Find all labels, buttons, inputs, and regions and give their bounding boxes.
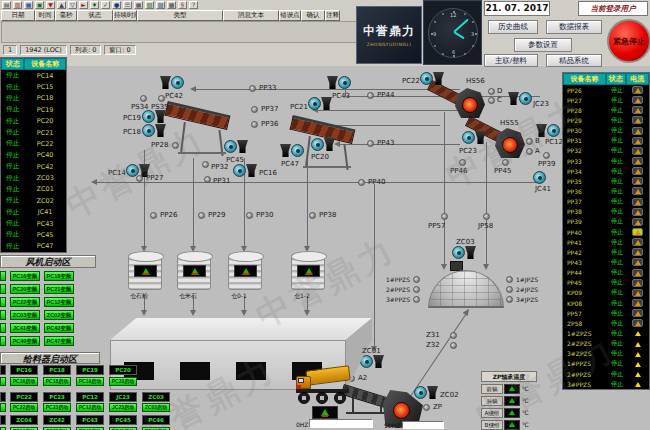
feeder-start-button[interactable]: PC16启动 [10,377,38,386]
data-report-button[interactable]: 数据报表 [546,20,602,34]
device-row[interactable]: 2#PPZS 停止 [563,369,649,379]
fan-start-button[interactable]: JC41变频 [10,323,40,333]
device-row[interactable]: PP30 停止 [563,126,649,136]
device-row[interactable]: 停止 PC18 [1,93,66,104]
device-row[interactable]: 停止 PC42 [1,161,66,172]
fan-start-button[interactable]: ZC03变频 [10,310,40,320]
fan-start-button[interactable]: PC47变频 [44,336,74,346]
device-row[interactable]: 停止 ZC01 [1,184,66,195]
feeder-start-button[interactable]: PC20启动 [109,377,137,386]
device-row[interactable]: 停止 PC22 [1,138,66,149]
history-curve-button[interactable]: 历史曲线 [488,20,538,34]
device-row[interactable]: 1#PPZS 停止 [563,359,649,369]
device-row[interactable]: PP26 停止 [563,85,649,95]
frequency-input[interactable] [309,419,373,428]
feeder-start-button[interactable]: PC22启动 [10,403,38,412]
device-row[interactable]: PP28 停止 [563,105,649,115]
clipped-button[interactable] [0,297,6,307]
sort-asc-icon[interactable]: ▲ [57,1,66,9]
list-icon[interactable]: ☰ [123,1,132,9]
device-row[interactable]: PP31 停止 [563,136,649,146]
device-row[interactable]: PP37 停止 [563,197,649,207]
device-row[interactable]: 停止 PC45 [1,229,66,240]
device-row[interactable]: 停止 ZC02 [1,195,66,206]
new-icon[interactable]: ▤ [2,1,11,9]
ack-icon[interactable]: ✓ [101,1,110,9]
play-icon[interactable]: ► [79,1,88,9]
emergency-stop-button[interactable]: 紧急停止 [607,19,650,63]
device-row[interactable]: 3#ZPZS 停止 [563,349,649,359]
device-row[interactable]: PP33 停止 [563,156,649,166]
fan-start-button[interactable]: PC12变频 [44,297,74,307]
feeder-start-button[interactable]: PC18启动 [43,377,71,386]
lock-icon[interactable]: ▩ [167,1,176,9]
device-row[interactable]: PP40 停止 [563,227,649,237]
main-interlock-button[interactable]: 主联/整料 [484,54,538,67]
fan-start-button[interactable]: PC42变频 [44,323,74,333]
help-icon[interactable]: ? [189,1,198,9]
device-row[interactable]: PP41 停止 [563,237,649,247]
chart-icon[interactable]: ▧ [145,1,154,9]
device-row[interactable]: 停止 PC19 [1,104,66,115]
device-row[interactable]: 2#ZPZS 停止 [563,339,649,349]
device-row[interactable]: PP29 停止 [563,115,649,125]
clipped-button[interactable] [0,310,6,320]
premium-system-button[interactable]: 精品系统 [546,54,602,67]
device-row[interactable]: PP43 停止 [563,257,649,267]
fan-start-button[interactable]: PC40变频 [10,336,40,346]
device-row[interactable]: PP39 停止 [563,217,649,227]
frequency-input-2[interactable] [402,421,444,429]
feeder-start-button[interactable]: PC12启动 [76,403,104,412]
device-row[interactable]: 3#PPZS 停止 [563,379,649,389]
fan-start-button[interactable]: PC20变频 [10,284,40,294]
device-row[interactable]: 停止 PC21 [1,127,66,138]
device-row[interactable]: 停止 ZC03 [1,172,66,183]
table-icon[interactable]: ▦ [134,1,143,9]
sort-icon[interactable]: § [178,1,187,9]
fan-start-button[interactable]: PC21变频 [44,284,74,294]
device-row[interactable]: ZP58 停止 [563,318,649,328]
device-row[interactable]: 停止 JC41 [1,207,66,218]
feeder-start-button[interactable]: PC19启动 [76,377,104,386]
device-row[interactable]: PP34 停止 [563,166,649,176]
device-row[interactable]: PP32 停止 [563,146,649,156]
device-row[interactable]: PP27 停止 [563,95,649,105]
fan-start-button[interactable]: ZC02变频 [44,310,74,320]
clipped-button[interactable] [0,284,6,294]
device-row[interactable]: 停止 PC43 [1,218,66,229]
device-row[interactable]: KP09 停止 [563,288,649,298]
device-row[interactable]: 1#ZPZS 停止 [563,328,649,338]
fan-start-button[interactable]: PC16变频 [10,271,40,281]
device-row[interactable]: KP08 停止 [563,298,649,308]
filter-icon[interactable]: ▼ [46,1,55,9]
clipped-button[interactable] [0,336,6,346]
alarm-icon[interactable]: ● [112,1,121,9]
parameter-settings-button[interactable]: 参数设置 [514,38,572,52]
pin-icon[interactable]: ♦ [90,1,99,9]
open-icon[interactable]: ▥ [13,1,22,9]
device-row[interactable]: PP45 停止 [563,278,649,288]
save-icon[interactable]: ▦ [24,1,33,9]
feeder-start-button[interactable]: JC23启动 [109,403,137,412]
feeder-start-button[interactable]: ZC03启动 [142,403,170,412]
device-row[interactable]: PP38 停止 [563,207,649,217]
device-row[interactable]: 停止 PC14 [1,70,66,81]
feeder-start-button[interactable]: PC23启动 [43,403,71,412]
fan-start-button[interactable]: PC22变频 [10,297,40,307]
print-icon[interactable]: ▣ [35,1,44,9]
clipped-button[interactable] [0,377,6,386]
device-row[interactable]: 停止 PC20 [1,116,66,127]
device-row[interactable]: PP42 停止 [563,247,649,257]
clipped-button[interactable] [0,271,6,281]
device-row[interactable]: PP44 停止 [563,268,649,278]
sort-desc-icon[interactable]: ▽ [68,1,77,9]
device-row[interactable]: 停止 PC47 [1,241,66,252]
device-row[interactable]: 停止 PC40 [1,150,66,161]
mail-icon[interactable]: ▨ [156,1,165,9]
device-row[interactable]: 停止 PC15 [1,81,66,92]
device-row[interactable]: PP57 停止 [563,308,649,318]
device-row[interactable]: PP36 停止 [563,186,649,196]
device-row[interactable]: PP35 停止 [563,176,649,186]
clipped-button[interactable] [0,323,6,333]
clipped-button[interactable] [0,403,6,412]
